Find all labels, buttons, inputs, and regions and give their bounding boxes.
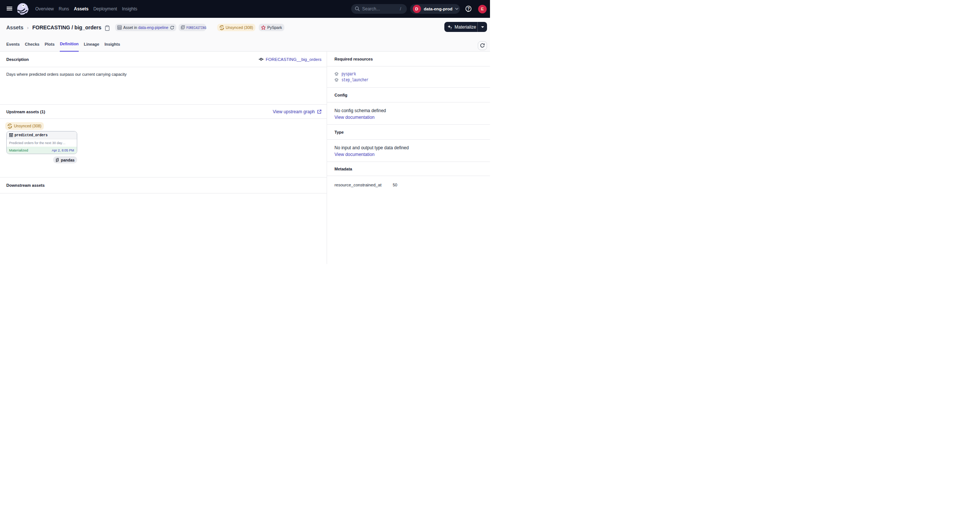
svg-text:?: ? xyxy=(467,6,470,11)
